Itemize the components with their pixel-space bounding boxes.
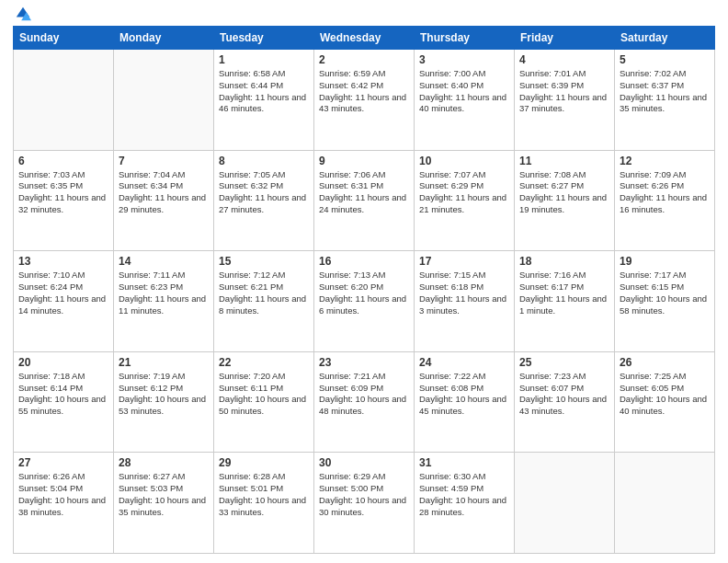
day-number: 6 xyxy=(18,155,108,167)
calendar-cell: 5Sunrise: 7:02 AM Sunset: 6:37 PM Daylig… xyxy=(615,50,715,151)
day-number: 30 xyxy=(319,456,409,469)
day-number: 15 xyxy=(219,255,309,268)
calendar-cell: 2Sunrise: 6:59 AM Sunset: 6:42 PM Daylig… xyxy=(314,50,415,151)
day-number: 31 xyxy=(419,456,509,469)
calendar-cell: 24Sunrise: 7:22 AM Sunset: 6:08 PM Dayli… xyxy=(415,351,515,453)
day-info: Sunrise: 6:58 AM Sunset: 6:44 PM Dayligh… xyxy=(219,68,309,115)
calendar-cell: 8Sunrise: 7:05 AM Sunset: 6:32 PM Daylig… xyxy=(214,150,314,251)
day-number: 7 xyxy=(119,155,209,167)
calendar-cell: 31Sunrise: 6:30 AM Sunset: 4:59 PM Dayli… xyxy=(415,453,515,554)
day-info: Sunrise: 7:16 AM Sunset: 6:17 PM Dayligh… xyxy=(519,270,609,316)
calendar-cell: 4Sunrise: 7:01 AM Sunset: 6:39 PM Daylig… xyxy=(515,50,615,151)
day-info: Sunrise: 7:25 AM Sunset: 6:05 PM Dayligh… xyxy=(620,371,710,418)
calendar-cell: 29Sunrise: 6:28 AM Sunset: 5:01 PM Dayli… xyxy=(214,453,314,554)
calendar-cell: 11Sunrise: 7:08 AM Sunset: 6:27 PM Dayli… xyxy=(515,150,615,251)
day-number: 8 xyxy=(219,155,309,167)
day-header-thursday: Thursday xyxy=(415,27,515,50)
day-number: 14 xyxy=(119,255,209,268)
calendar-cell: 9Sunrise: 7:06 AM Sunset: 6:31 PM Daylig… xyxy=(314,150,415,251)
calendar-cell: 19Sunrise: 7:17 AM Sunset: 6:15 PM Dayli… xyxy=(615,251,715,352)
day-number: 2 xyxy=(319,53,409,66)
day-info: Sunrise: 6:27 AM Sunset: 5:03 PM Dayligh… xyxy=(119,471,209,518)
calendar-cell: 22Sunrise: 7:20 AM Sunset: 6:11 PM Dayli… xyxy=(214,351,314,453)
logo-icon xyxy=(15,6,31,22)
calendar-cell xyxy=(14,50,114,151)
calendar-cell: 23Sunrise: 7:21 AM Sunset: 6:09 PM Dayli… xyxy=(314,351,415,453)
day-number: 11 xyxy=(519,155,609,167)
day-info: Sunrise: 7:01 AM Sunset: 6:39 PM Dayligh… xyxy=(519,68,609,115)
day-info: Sunrise: 7:19 AM Sunset: 6:12 PM Dayligh… xyxy=(119,371,209,418)
day-header-sunday: Sunday xyxy=(14,27,114,50)
week-row-0: 1Sunrise: 6:58 AM Sunset: 6:44 PM Daylig… xyxy=(14,50,715,151)
day-info: Sunrise: 7:02 AM Sunset: 6:37 PM Dayligh… xyxy=(620,68,710,115)
day-info: Sunrise: 7:09 AM Sunset: 6:26 PM Dayligh… xyxy=(620,169,710,216)
day-number: 25 xyxy=(519,356,609,369)
day-info: Sunrise: 7:15 AM Sunset: 6:18 PM Dayligh… xyxy=(419,270,509,316)
day-info: Sunrise: 7:11 AM Sunset: 6:23 PM Dayligh… xyxy=(119,270,209,316)
calendar-cell: 25Sunrise: 7:23 AM Sunset: 6:07 PM Dayli… xyxy=(515,351,615,453)
day-info: Sunrise: 7:13 AM Sunset: 6:20 PM Dayligh… xyxy=(319,270,409,316)
day-info: Sunrise: 7:06 AM Sunset: 6:31 PM Dayligh… xyxy=(319,169,409,216)
day-info: Sunrise: 7:08 AM Sunset: 6:27 PM Dayligh… xyxy=(519,169,609,216)
day-info: Sunrise: 7:21 AM Sunset: 6:09 PM Dayligh… xyxy=(319,371,409,418)
day-number: 16 xyxy=(319,255,409,268)
day-number: 26 xyxy=(620,356,710,369)
day-info: Sunrise: 7:10 AM Sunset: 6:24 PM Dayligh… xyxy=(18,270,108,316)
calendar-cell: 30Sunrise: 6:29 AM Sunset: 5:00 PM Dayli… xyxy=(314,453,415,554)
day-info: Sunrise: 7:05 AM Sunset: 6:32 PM Dayligh… xyxy=(219,169,309,216)
calendar-cell: 15Sunrise: 7:12 AM Sunset: 6:21 PM Dayli… xyxy=(214,251,314,352)
calendar-cell: 20Sunrise: 7:18 AM Sunset: 6:14 PM Dayli… xyxy=(14,351,114,453)
day-info: Sunrise: 7:17 AM Sunset: 6:15 PM Dayligh… xyxy=(620,270,710,316)
day-info: Sunrise: 7:07 AM Sunset: 6:29 PM Dayligh… xyxy=(419,169,509,216)
day-number: 4 xyxy=(519,53,609,66)
calendar-cell: 26Sunrise: 7:25 AM Sunset: 6:05 PM Dayli… xyxy=(615,351,715,453)
calendar-cell: 7Sunrise: 7:04 AM Sunset: 6:34 PM Daylig… xyxy=(114,150,214,251)
day-number: 29 xyxy=(219,456,309,469)
day-number: 28 xyxy=(119,456,209,469)
logo xyxy=(13,9,31,18)
calendar-cell: 3Sunrise: 7:00 AM Sunset: 6:40 PM Daylig… xyxy=(415,50,515,151)
week-row-2: 13Sunrise: 7:10 AM Sunset: 6:24 PM Dayli… xyxy=(14,251,715,352)
day-number: 18 xyxy=(519,255,609,268)
day-info: Sunrise: 7:23 AM Sunset: 6:07 PM Dayligh… xyxy=(519,371,609,418)
calendar-cell: 21Sunrise: 7:19 AM Sunset: 6:12 PM Dayli… xyxy=(114,351,214,453)
day-info: Sunrise: 7:03 AM Sunset: 6:35 PM Dayligh… xyxy=(18,169,108,216)
day-number: 12 xyxy=(620,155,710,167)
calendar-cell xyxy=(515,453,615,554)
calendar-table: SundayMondayTuesdayWednesdayThursdayFrid… xyxy=(13,26,715,554)
day-number: 20 xyxy=(18,356,108,369)
page: SundayMondayTuesdayWednesdayThursdayFrid… xyxy=(0,0,728,563)
calendar-cell: 18Sunrise: 7:16 AM Sunset: 6:17 PM Dayli… xyxy=(515,251,615,352)
day-number: 17 xyxy=(419,255,509,268)
day-number: 22 xyxy=(219,356,309,369)
day-info: Sunrise: 6:30 AM Sunset: 4:59 PM Dayligh… xyxy=(419,471,509,518)
day-number: 1 xyxy=(219,53,309,66)
day-header-tuesday: Tuesday xyxy=(214,27,314,50)
day-info: Sunrise: 6:29 AM Sunset: 5:00 PM Dayligh… xyxy=(319,471,409,518)
day-number: 5 xyxy=(620,53,710,66)
calendar-cell: 12Sunrise: 7:09 AM Sunset: 6:26 PM Dayli… xyxy=(615,150,715,251)
day-info: Sunrise: 7:18 AM Sunset: 6:14 PM Dayligh… xyxy=(18,371,108,418)
calendar-cell: 14Sunrise: 7:11 AM Sunset: 6:23 PM Dayli… xyxy=(114,251,214,352)
day-number: 3 xyxy=(419,53,509,66)
day-header-monday: Monday xyxy=(114,27,214,50)
day-info: Sunrise: 7:20 AM Sunset: 6:11 PM Dayligh… xyxy=(219,371,309,418)
calendar-cell xyxy=(114,50,214,151)
day-number: 9 xyxy=(319,155,409,167)
calendar-cell: 13Sunrise: 7:10 AM Sunset: 6:24 PM Dayli… xyxy=(14,251,114,352)
week-row-1: 6Sunrise: 7:03 AM Sunset: 6:35 PM Daylig… xyxy=(14,150,715,251)
day-number: 21 xyxy=(119,356,209,369)
calendar-cell: 17Sunrise: 7:15 AM Sunset: 6:18 PM Dayli… xyxy=(415,251,515,352)
week-row-3: 20Sunrise: 7:18 AM Sunset: 6:14 PM Dayli… xyxy=(14,351,715,453)
day-header-friday: Friday xyxy=(515,27,615,50)
calendar-cell: 1Sunrise: 6:58 AM Sunset: 6:44 PM Daylig… xyxy=(214,50,314,151)
day-info: Sunrise: 6:26 AM Sunset: 5:04 PM Dayligh… xyxy=(18,471,108,518)
calendar-header-row: SundayMondayTuesdayWednesdayThursdayFrid… xyxy=(14,27,715,50)
day-number: 13 xyxy=(18,255,108,268)
calendar-cell: 6Sunrise: 7:03 AM Sunset: 6:35 PM Daylig… xyxy=(14,150,114,251)
calendar-cell xyxy=(615,453,715,554)
day-number: 19 xyxy=(620,255,710,268)
day-header-wednesday: Wednesday xyxy=(314,27,415,50)
day-info: Sunrise: 6:28 AM Sunset: 5:01 PM Dayligh… xyxy=(219,471,309,518)
day-number: 24 xyxy=(419,356,509,369)
